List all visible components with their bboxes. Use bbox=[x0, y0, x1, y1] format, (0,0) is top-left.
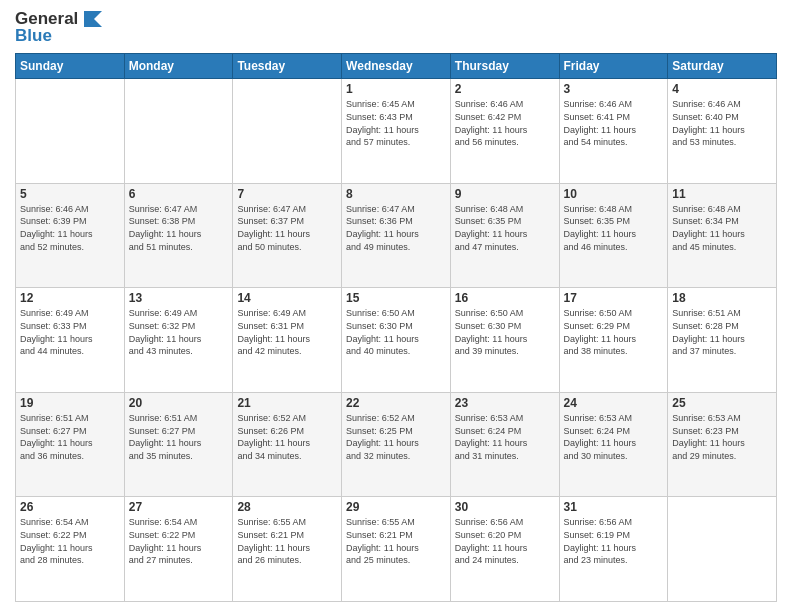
day-info-line: Sunrise: 6:51 AM bbox=[20, 412, 120, 425]
day-info-line: Sunrise: 6:45 AM bbox=[346, 98, 446, 111]
day-number: 26 bbox=[20, 500, 120, 514]
day-info-line: Sunrise: 6:54 AM bbox=[20, 516, 120, 529]
logo-blue-text: Blue bbox=[15, 27, 102, 46]
day-number: 14 bbox=[237, 291, 337, 305]
calendar-table: SundayMondayTuesdayWednesdayThursdayFrid… bbox=[15, 53, 777, 602]
day-number: 5 bbox=[20, 187, 120, 201]
day-number: 21 bbox=[237, 396, 337, 410]
day-info-line: Sunrise: 6:51 AM bbox=[672, 307, 772, 320]
day-info-line: Sunrise: 6:50 AM bbox=[564, 307, 664, 320]
day-info-line: Sunrise: 6:53 AM bbox=[455, 412, 555, 425]
day-number: 3 bbox=[564, 82, 664, 96]
day-info-line: and 43 minutes. bbox=[129, 345, 229, 358]
weekday-header-tuesday: Tuesday bbox=[233, 54, 342, 79]
weekday-header-friday: Friday bbox=[559, 54, 668, 79]
day-number: 6 bbox=[129, 187, 229, 201]
day-info-line: Sunset: 6:37 PM bbox=[237, 215, 337, 228]
day-info-line: Daylight: 11 hours bbox=[20, 437, 120, 450]
day-info-line: Sunset: 6:21 PM bbox=[237, 529, 337, 542]
day-number: 30 bbox=[455, 500, 555, 514]
calendar-cell bbox=[233, 79, 342, 184]
day-number: 22 bbox=[346, 396, 446, 410]
calendar-cell: 30Sunrise: 6:56 AMSunset: 6:20 PMDayligh… bbox=[450, 497, 559, 602]
day-info-line: Sunset: 6:31 PM bbox=[237, 320, 337, 333]
calendar-cell: 1Sunrise: 6:45 AMSunset: 6:43 PMDaylight… bbox=[342, 79, 451, 184]
day-info-line: Sunset: 6:42 PM bbox=[455, 111, 555, 124]
day-info-line: Sunrise: 6:56 AM bbox=[564, 516, 664, 529]
day-info-line: Sunset: 6:19 PM bbox=[564, 529, 664, 542]
day-info-line: and 49 minutes. bbox=[346, 241, 446, 254]
calendar-cell: 20Sunrise: 6:51 AMSunset: 6:27 PMDayligh… bbox=[124, 392, 233, 497]
day-info-line: and 38 minutes. bbox=[564, 345, 664, 358]
calendar-cell: 14Sunrise: 6:49 AMSunset: 6:31 PMDayligh… bbox=[233, 288, 342, 393]
day-info-line: Sunset: 6:35 PM bbox=[564, 215, 664, 228]
day-info-line: Daylight: 11 hours bbox=[564, 437, 664, 450]
day-info-line: Sunset: 6:33 PM bbox=[20, 320, 120, 333]
calendar-cell bbox=[124, 79, 233, 184]
day-info-line: and 34 minutes. bbox=[237, 450, 337, 463]
day-number: 28 bbox=[237, 500, 337, 514]
day-info-line: Sunset: 6:29 PM bbox=[564, 320, 664, 333]
day-info-line: Daylight: 11 hours bbox=[672, 437, 772, 450]
calendar-cell: 4Sunrise: 6:46 AMSunset: 6:40 PMDaylight… bbox=[668, 79, 777, 184]
calendar-cell: 6Sunrise: 6:47 AMSunset: 6:38 PMDaylight… bbox=[124, 183, 233, 288]
calendar-cell: 22Sunrise: 6:52 AMSunset: 6:25 PMDayligh… bbox=[342, 392, 451, 497]
calendar-week-row: 5Sunrise: 6:46 AMSunset: 6:39 PMDaylight… bbox=[16, 183, 777, 288]
calendar-cell: 11Sunrise: 6:48 AMSunset: 6:34 PMDayligh… bbox=[668, 183, 777, 288]
logo: General Blue bbox=[15, 10, 102, 45]
day-info-line: Sunset: 6:30 PM bbox=[455, 320, 555, 333]
day-info-line: Sunset: 6:36 PM bbox=[346, 215, 446, 228]
day-info-line: Sunset: 6:40 PM bbox=[672, 111, 772, 124]
calendar-cell: 24Sunrise: 6:53 AMSunset: 6:24 PMDayligh… bbox=[559, 392, 668, 497]
day-info-line: Daylight: 11 hours bbox=[237, 333, 337, 346]
calendar-week-row: 19Sunrise: 6:51 AMSunset: 6:27 PMDayligh… bbox=[16, 392, 777, 497]
day-info-line: Sunrise: 6:49 AM bbox=[129, 307, 229, 320]
calendar-cell: 23Sunrise: 6:53 AMSunset: 6:24 PMDayligh… bbox=[450, 392, 559, 497]
day-info-line: Sunset: 6:32 PM bbox=[129, 320, 229, 333]
calendar-cell: 12Sunrise: 6:49 AMSunset: 6:33 PMDayligh… bbox=[16, 288, 125, 393]
day-info-line: Daylight: 11 hours bbox=[20, 228, 120, 241]
day-number: 1 bbox=[346, 82, 446, 96]
day-info-line: and 39 minutes. bbox=[455, 345, 555, 358]
day-info-line: Sunrise: 6:53 AM bbox=[672, 412, 772, 425]
day-info-line: Daylight: 11 hours bbox=[237, 228, 337, 241]
day-info-line: Sunset: 6:24 PM bbox=[455, 425, 555, 438]
calendar-cell: 19Sunrise: 6:51 AMSunset: 6:27 PMDayligh… bbox=[16, 392, 125, 497]
weekday-header-monday: Monday bbox=[124, 54, 233, 79]
day-info-line: and 53 minutes. bbox=[672, 136, 772, 149]
day-number: 19 bbox=[20, 396, 120, 410]
day-info-line: Sunrise: 6:49 AM bbox=[20, 307, 120, 320]
day-info-line: and 29 minutes. bbox=[672, 450, 772, 463]
weekday-header-wednesday: Wednesday bbox=[342, 54, 451, 79]
calendar-cell bbox=[16, 79, 125, 184]
weekday-header-saturday: Saturday bbox=[668, 54, 777, 79]
calendar-cell: 9Sunrise: 6:48 AMSunset: 6:35 PMDaylight… bbox=[450, 183, 559, 288]
day-info-line: and 27 minutes. bbox=[129, 554, 229, 567]
day-number: 27 bbox=[129, 500, 229, 514]
day-info-line: and 50 minutes. bbox=[237, 241, 337, 254]
day-info-line: Daylight: 11 hours bbox=[129, 228, 229, 241]
day-info-line: Daylight: 11 hours bbox=[20, 333, 120, 346]
calendar-cell: 17Sunrise: 6:50 AMSunset: 6:29 PMDayligh… bbox=[559, 288, 668, 393]
day-info-line: Daylight: 11 hours bbox=[455, 124, 555, 137]
day-info-line: Daylight: 11 hours bbox=[346, 333, 446, 346]
svg-marker-0 bbox=[84, 11, 102, 27]
day-number: 7 bbox=[237, 187, 337, 201]
day-info-line: Sunset: 6:38 PM bbox=[129, 215, 229, 228]
day-info-line: Sunset: 6:22 PM bbox=[129, 529, 229, 542]
day-number: 10 bbox=[564, 187, 664, 201]
day-info-line: and 28 minutes. bbox=[20, 554, 120, 567]
day-info-line: Daylight: 11 hours bbox=[564, 228, 664, 241]
calendar-week-row: 12Sunrise: 6:49 AMSunset: 6:33 PMDayligh… bbox=[16, 288, 777, 393]
day-number: 20 bbox=[129, 396, 229, 410]
day-number: 31 bbox=[564, 500, 664, 514]
day-info-line: Sunrise: 6:51 AM bbox=[129, 412, 229, 425]
calendar-cell: 13Sunrise: 6:49 AMSunset: 6:32 PMDayligh… bbox=[124, 288, 233, 393]
day-number: 23 bbox=[455, 396, 555, 410]
day-info-line: and 54 minutes. bbox=[564, 136, 664, 149]
day-info-line: Sunset: 6:22 PM bbox=[20, 529, 120, 542]
day-info-line: Sunset: 6:28 PM bbox=[672, 320, 772, 333]
day-number: 17 bbox=[564, 291, 664, 305]
day-info-line: Daylight: 11 hours bbox=[346, 228, 446, 241]
header: General Blue bbox=[15, 10, 777, 45]
